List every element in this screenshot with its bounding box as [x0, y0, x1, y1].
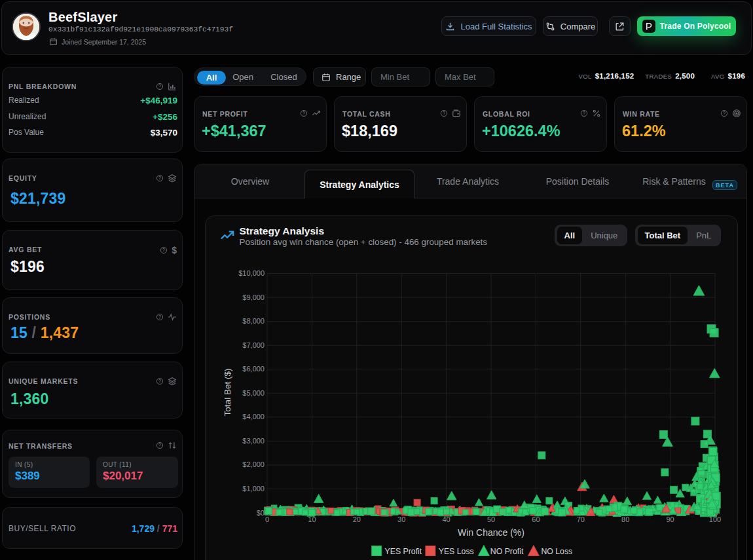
svg-text:$7,000: $7,000	[242, 341, 265, 348]
svg-text:NO Profit: NO Profit	[490, 547, 523, 556]
svg-text:Total Bet ($): Total Bet ($)	[222, 368, 232, 416]
svg-text:NO Loss: NO Loss	[541, 547, 572, 556]
svg-text:Win Chance (%): Win Chance (%)	[458, 527, 524, 538]
svg-text:$2,000: $2,000	[242, 460, 265, 468]
svg-text:10: 10	[308, 515, 316, 523]
svg-text:$8,000: $8,000	[242, 317, 265, 325]
svg-text:$6,000: $6,000	[242, 365, 265, 373]
svg-text:$0: $0	[256, 508, 264, 516]
svg-text:70: 70	[576, 515, 584, 523]
svg-text:YES Profit: YES Profit	[384, 547, 422, 556]
svg-text:50: 50	[487, 515, 494, 523]
svg-text:20: 20	[352, 515, 360, 523]
svg-text:40: 40	[442, 515, 450, 523]
svg-text:$3,000: $3,000	[242, 436, 265, 444]
svg-text:90: 90	[666, 515, 674, 523]
svg-text:$5,000: $5,000	[242, 388, 265, 396]
svg-text:$1,000: $1,000	[242, 485, 265, 493]
svg-text:$10,000: $10,000	[238, 269, 265, 277]
svg-text:60: 60	[532, 515, 540, 523]
svg-text:0: 0	[265, 515, 268, 523]
svg-text:YES Loss: YES Loss	[438, 547, 473, 556]
svg-text:80: 80	[621, 515, 629, 523]
svg-text:30: 30	[397, 515, 405, 523]
svg-text:$4,000: $4,000	[242, 413, 265, 420]
svg-text:$9,000: $9,000	[242, 293, 265, 301]
